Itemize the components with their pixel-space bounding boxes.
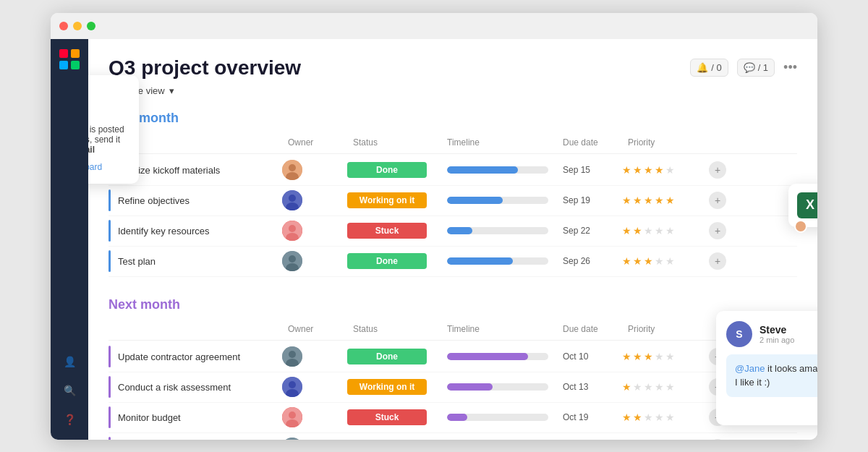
due-date: Oct 10	[557, 351, 622, 362]
main-content: M When an update is posted in weekly tas…	[88, 39, 817, 440]
priority-stars: ★ ★ ★ ★ ★	[622, 195, 709, 206]
svg-point-22	[289, 381, 296, 388]
timeline-cell	[441, 197, 557, 204]
gmail-overlay-text: When an update is posted in weekly tasks…	[88, 124, 127, 155]
task-name-cell: Refine objectives	[109, 189, 282, 211]
star-icon: ★	[622, 195, 631, 206]
star-icon: ★	[622, 164, 631, 176]
star-icon: ★	[665, 195, 675, 206]
maximize-dot[interactable]	[87, 22, 95, 30]
task-color-bar	[109, 406, 111, 428]
comment-header: S Steve 2 min ago ⋮	[726, 321, 817, 347]
star-icon: ★	[622, 351, 631, 362]
timeline-track	[447, 197, 548, 204]
status-badge: Stuck	[347, 223, 427, 239]
close-dot[interactable]	[59, 22, 68, 30]
svg-point-27	[282, 438, 302, 440]
col-timeline: Timeline	[441, 135, 557, 150]
sidebar-item-people[interactable]: 👤	[58, 350, 81, 373]
star-icon: ★	[633, 351, 642, 362]
comments-button[interactable]: 💬 / 1	[737, 59, 775, 77]
commenter-name: Steve	[760, 324, 794, 336]
timeline-track	[447, 353, 548, 360]
sidebar-bottom: 👤 🔍 ❓	[58, 350, 81, 431]
avatar	[282, 251, 302, 271]
status-cell: Stuck	[347, 223, 441, 239]
sidebar-item-search[interactable]: 🔍	[58, 379, 81, 402]
table-row: Identify key resources Stuck	[109, 216, 797, 247]
status-badge: Done	[347, 349, 427, 364]
task-name: Refine objectives	[118, 195, 190, 206]
status-cell: Stuck	[347, 409, 441, 425]
col-task	[109, 321, 282, 337]
task-color-bar	[109, 437, 111, 440]
table-row: Monitor budget Stuck	[109, 403, 797, 433]
task-name-cell: Monitor budget	[109, 406, 282, 428]
avatar	[282, 346, 302, 367]
browser-body: 👤 🔍 ❓ M	[51, 39, 817, 440]
star-icon: ★	[665, 381, 675, 393]
priority-stars: ★ ★ ★ ★ ★	[622, 225, 709, 236]
status-badge: Done	[347, 253, 427, 269]
table-row: Develop communication plan Done	[109, 433, 797, 440]
star-icon: ★	[665, 255, 675, 267]
star-icon: ★	[644, 164, 653, 176]
star-icon: ★	[655, 225, 664, 236]
add-column-button[interactable]: +	[709, 161, 726, 179]
next-month-section: Next month Owner Status Timeline Due dat…	[109, 297, 797, 440]
comment-button[interactable]: Comment	[726, 404, 817, 415]
due-date: Oct 13	[557, 382, 622, 392]
col-priority: Priority	[622, 321, 709, 337]
minimize-dot[interactable]	[73, 22, 82, 30]
add-column-button[interactable]: +	[709, 192, 726, 209]
gmail-add-to-board[interactable]: + Add to board	[88, 162, 127, 172]
bell-icon: 🔔	[697, 62, 708, 73]
task-name-cell: Develop communication plan	[109, 437, 282, 440]
col-duedate: Due date	[557, 321, 622, 337]
app-logo	[58, 48, 81, 71]
priority-stars: ★ ★ ★ ★ ★	[622, 351, 709, 362]
owner-cell	[282, 251, 347, 271]
timeline-fill	[447, 353, 528, 360]
priority-stars: ★ ★ ★ ★ ★	[622, 164, 709, 176]
task-color-bar	[109, 376, 111, 398]
owner-cell	[282, 346, 347, 367]
more-options-button[interactable]: •••	[783, 60, 797, 75]
task-color-bar	[109, 250, 111, 272]
timeline-fill	[447, 227, 472, 234]
timeline-fill	[447, 383, 493, 391]
commenter-avatar: S	[726, 321, 752, 347]
task-name: Conduct a risk assessment	[118, 382, 231, 393]
table-row: Finalize kickoff materials Done	[109, 155, 797, 186]
due-date: Sep 19	[557, 195, 622, 205]
status-badge: Working on it	[347, 379, 427, 395]
add-column-button[interactable]: +	[709, 222, 726, 239]
avatar	[282, 221, 302, 241]
this-month-title: This month	[109, 111, 797, 126]
task-name-cell: Identify key resources	[109, 220, 282, 242]
star-icon: ★	[644, 381, 653, 393]
next-month-table-header: Owner Status Timeline Due date Priority	[109, 318, 797, 341]
task-color-bar	[109, 220, 111, 242]
reactions-button[interactable]: 🔔 / 0	[690, 59, 728, 77]
timeline-cell	[441, 257, 557, 265]
sidebar-item-help[interactable]: ❓	[58, 408, 81, 431]
task-color-bar	[109, 346, 111, 367]
header-actions: 🔔 / 0 💬 / 1 •••	[690, 59, 797, 77]
excel-icon: X	[797, 192, 817, 218]
timeline-track	[447, 227, 548, 234]
task-name: Test plan	[118, 256, 156, 267]
status-cell: Working on it	[347, 192, 441, 208]
due-date: Sep 15	[557, 165, 622, 175]
timeline-track	[447, 166, 548, 174]
priority-stars: ★ ★ ★ ★ ★	[622, 255, 709, 267]
table-view-button[interactable]: ⊞ Table view ▾	[109, 85, 797, 96]
avatar	[282, 438, 302, 440]
add-column-button[interactable]: +	[709, 439, 726, 440]
add-column-button[interactable]: +	[709, 252, 726, 270]
star-icon: ★	[655, 381, 664, 393]
star-icon: ★	[665, 164, 675, 176]
star-icon: ★	[633, 225, 642, 236]
owner-cell	[282, 407, 347, 427]
timeline-cell	[441, 353, 557, 360]
